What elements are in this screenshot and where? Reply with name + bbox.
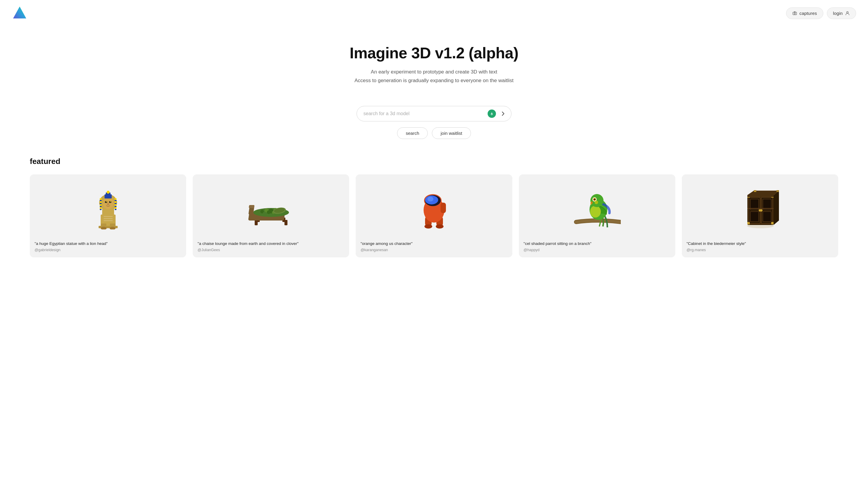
- search-bar-icons: [488, 109, 508, 118]
- user-icon: [845, 11, 850, 16]
- header-nav: captures login: [786, 7, 856, 19]
- svg-rect-88: [754, 190, 756, 192]
- svg-point-32: [110, 201, 111, 202]
- card-info-4: "cel shaded parrot sitting on a branch" …: [519, 237, 675, 257]
- svg-point-36: [107, 191, 110, 194]
- card-author-5: @rg.manes: [686, 248, 834, 252]
- svg-point-72: [594, 199, 595, 199]
- card-image-2: [193, 174, 349, 237]
- card-author-2: @JulianGees: [197, 248, 344, 252]
- svg-rect-24: [115, 198, 116, 200]
- svg-rect-92: [748, 195, 774, 197]
- svg-point-2: [794, 13, 795, 14]
- search-button[interactable]: search: [397, 127, 428, 139]
- svg-rect-1: [793, 12, 796, 15]
- card-author-3: @karanganesan: [360, 248, 507, 252]
- featured-title: featured: [30, 157, 838, 166]
- svg-rect-10: [104, 218, 113, 219]
- svg-rect-55: [249, 205, 254, 208]
- svg-point-73: [595, 201, 598, 204]
- captures-button[interactable]: captures: [786, 7, 823, 19]
- search-section: search join waitlist: [0, 97, 868, 145]
- card-info-2: "a chaise lounge made from earth and cov…: [193, 237, 349, 257]
- svg-point-49: [267, 210, 270, 214]
- featured-section: featured: [0, 145, 868, 275]
- header: captures login: [0, 0, 868, 26]
- arrow-right-icon: [500, 111, 506, 117]
- svg-rect-81: [750, 211, 759, 222]
- card-3d-visual-3: [410, 180, 458, 231]
- svg-rect-61: [440, 203, 446, 213]
- svg-point-59: [436, 224, 443, 229]
- featured-grid: "a huge Egyptian statue with a lion head…: [30, 174, 838, 257]
- card-3d-visual-4: [573, 180, 621, 231]
- svg-point-64: [428, 197, 433, 201]
- hero-subtitle-line1: An early experiment to prototype and cre…: [371, 69, 497, 75]
- card-author-4: @happyd: [524, 248, 671, 252]
- featured-card-3[interactable]: "orange among us character" @karanganesa…: [356, 174, 512, 257]
- svg-point-48: [263, 211, 266, 214]
- card-image-4: [519, 174, 675, 237]
- svg-rect-83: [763, 211, 771, 222]
- svg-point-68: [590, 194, 603, 207]
- svg-rect-9: [104, 216, 113, 217]
- svg-rect-93: [748, 208, 774, 209]
- featured-card-4[interactable]: "cel shaded parrot sitting on a branch" …: [519, 174, 675, 257]
- join-waitlist-button[interactable]: join waitlist: [432, 127, 471, 139]
- svg-rect-19: [100, 198, 102, 200]
- card-description-3: "orange among us character": [360, 241, 507, 247]
- svg-rect-11: [104, 220, 113, 221]
- svg-rect-87: [771, 222, 774, 224]
- svg-point-31: [106, 201, 107, 202]
- card-3d-visual-2: [247, 180, 295, 231]
- card-info-3: "orange among us character" @karanganesa…: [356, 237, 512, 257]
- card-image-3: [356, 174, 512, 237]
- svg-point-71: [594, 199, 595, 200]
- svg-rect-21: [100, 204, 102, 206]
- page-title: Imagine 3D v1.2 (alpha): [6, 44, 862, 62]
- hero-section: Imagine 3D v1.2 (alpha) An early experim…: [0, 26, 868, 97]
- card-description-5: "Cabinet in the biedermeier style": [686, 241, 834, 247]
- mic-icon[interactable]: [488, 110, 496, 118]
- login-button[interactable]: login: [827, 7, 856, 19]
- card-description-2: "a chaise lounge made from earth and cov…: [197, 241, 344, 247]
- featured-card-5[interactable]: "Cabinet in the biedermeier style" @rg.m…: [682, 174, 838, 257]
- svg-point-67: [590, 206, 601, 218]
- svg-rect-22: [100, 207, 102, 209]
- hero-subtitle: An early experiment to prototype and cre…: [6, 68, 862, 85]
- card-info-5: "Cabinet in the biedermeier style" @rg.m…: [682, 237, 838, 257]
- svg-rect-20: [100, 201, 102, 203]
- card-author-1: @gabrieldesign: [34, 248, 182, 252]
- featured-card-2[interactable]: "a chaise lounge made from earth and cov…: [193, 174, 349, 257]
- featured-card-1[interactable]: "a huge Egyptian statue with a lion head…: [30, 174, 186, 257]
- login-label: login: [833, 11, 843, 16]
- svg-point-58: [425, 224, 432, 229]
- svg-point-33: [107, 203, 109, 205]
- card-description-1: "a huge Egyptian statue with a lion head…: [34, 241, 182, 247]
- search-bar-wrapper: [357, 106, 511, 121]
- search-action-buttons: search join waitlist: [397, 127, 471, 139]
- card-3d-visual-5: [736, 180, 784, 231]
- card-description-4: "cel shaded parrot sitting on a branch": [524, 241, 671, 247]
- hero-subtitle-line2: Access to generation is gradually expand…: [354, 78, 514, 83]
- svg-point-91: [760, 209, 763, 211]
- card-info-1: "a huge Egyptian statue with a lion head…: [30, 237, 186, 257]
- captures-label: captures: [799, 11, 817, 16]
- svg-marker-0: [13, 6, 26, 19]
- svg-point-3: [846, 11, 848, 13]
- svg-rect-26: [115, 204, 116, 206]
- svg-rect-27: [115, 207, 116, 209]
- svg-rect-5: [491, 113, 492, 114]
- card-3d-visual-1: [84, 180, 132, 231]
- svg-rect-86: [748, 222, 750, 224]
- logo[interactable]: [12, 5, 27, 21]
- card-image-5: [682, 174, 838, 237]
- search-arrow-button[interactable]: [498, 109, 508, 118]
- card-image-1: [30, 174, 186, 237]
- svg-rect-25: [115, 201, 116, 203]
- camera-icon: [792, 11, 797, 16]
